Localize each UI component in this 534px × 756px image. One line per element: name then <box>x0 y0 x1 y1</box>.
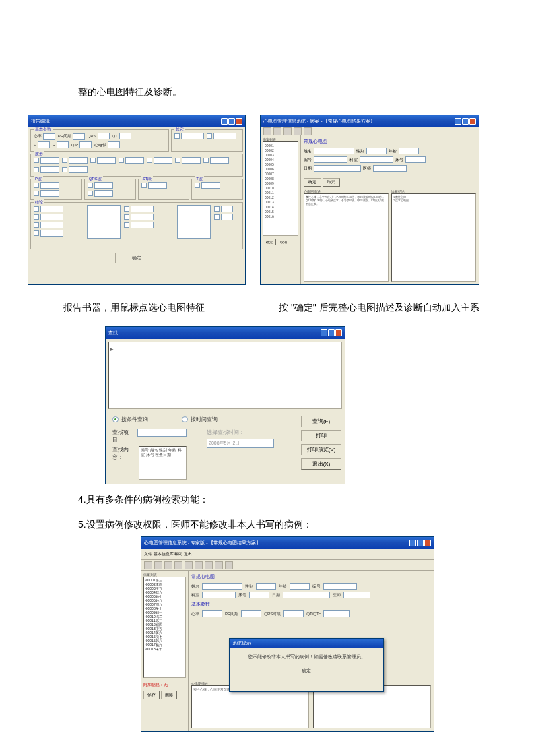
toolbar-icon[interactable] <box>225 561 233 569</box>
maximize-icon[interactable] <box>228 118 235 125</box>
sex-input[interactable] <box>366 148 387 154</box>
date-input[interactable] <box>314 165 361 172</box>
titlebar: 心电图管理信息系统 - 专家版 - 【常规心电图结果方案】 <box>141 537 434 549</box>
window-title: 心电图管理信息系统 - 病案 - 【常规心电图结果方案】 <box>263 118 375 125</box>
toolbar-icon[interactable] <box>205 561 213 569</box>
hr-input[interactable] <box>43 133 55 140</box>
extra-info: 附加信息：无 <box>143 682 186 688</box>
section-5-text: 5.设置病例修改权限，医师不能修改非本人书写的病例： <box>78 519 312 531</box>
maximize-icon[interactable] <box>462 118 469 125</box>
group-label: 基本参数 <box>34 127 53 133</box>
toolbar-icon[interactable] <box>154 561 162 569</box>
minimize-icon[interactable] <box>455 118 461 125</box>
close-icon[interactable] <box>469 118 476 125</box>
r-input[interactable] <box>57 141 69 148</box>
case-list[interactable]: 0000100002000030000400005000060000700008… <box>263 141 298 236</box>
close-icon[interactable] <box>236 118 242 125</box>
minimize-icon[interactable] <box>321 329 327 336</box>
close-icon[interactable] <box>374 641 380 647</box>
toolbar-icon[interactable] <box>304 127 312 135</box>
confirm-button[interactable]: 确定 <box>304 178 321 187</box>
pr-input[interactable] <box>73 133 85 140</box>
toolbar-icon[interactable] <box>263 127 271 135</box>
toolbar-icon[interactable] <box>283 127 292 135</box>
caption-1: 报告书器，用鼠标点选心电图特征 <box>63 302 205 314</box>
toolbar-icon[interactable] <box>215 561 223 569</box>
radio-time[interactable]: 按时间查询 <box>182 416 218 423</box>
listbox[interactable] <box>87 205 121 239</box>
titlebar: 报告编辑 <box>28 115 245 127</box>
permission-window: 心电图管理信息系统 - 专家版 - 【常规心电图结果方案】 文件 基本信息库 帮… <box>141 536 434 732</box>
age-input[interactable] <box>399 148 419 154</box>
qtc-input[interactable] <box>79 141 92 148</box>
toolbar-icon[interactable] <box>164 561 172 569</box>
intro-text: 整的心电图特征及诊断。 <box>78 86 182 98</box>
age-input[interactable] <box>290 583 310 590</box>
confirm-button[interactable]: 确定 <box>115 253 158 263</box>
group-label: 其它 <box>174 127 185 133</box>
maximize-icon[interactable] <box>417 540 424 546</box>
checkbox[interactable] <box>174 133 180 139</box>
toolbar-icon[interactable] <box>185 561 193 569</box>
listbox[interactable] <box>177 205 211 239</box>
radio-condition[interactable]: 按条件查询 <box>112 416 148 423</box>
modal-message: 您不能修改非本人书写的病例！如需修改请联系管理员。 <box>235 654 378 660</box>
description-textarea[interactable]: 窦性心律，心率75次/分，P-R间期0.16秒，QRS波群时限0.08秒，QT间… <box>304 193 389 282</box>
diagnosis-textarea[interactable]: 1.窦性心律2.正常心电图 <box>391 193 476 282</box>
toolbar-icon[interactable] <box>174 561 182 569</box>
caption-2: 按 "确定" 后完整心电图描述及诊断自动加入主系 <box>279 302 479 314</box>
maximize-icon[interactable] <box>328 329 335 336</box>
radio-icon <box>182 416 188 422</box>
toolbar-icon[interactable] <box>294 127 302 135</box>
figure-row-1: 报告编辑 基本参数 心率 PR间期 QRS QT P <box>28 115 479 285</box>
modal-ok-button[interactable]: 确定 <box>292 666 321 676</box>
checkbox[interactable] <box>207 133 212 139</box>
ecg-result-window: 心电图管理信息系统 - 病案 - 【常规心电图结果方案】 病案列表 000010… <box>260 115 479 285</box>
minimize-icon[interactable] <box>409 540 416 546</box>
qrs-input[interactable] <box>98 133 110 139</box>
save-button[interactable]: 确定 <box>263 239 276 245</box>
no-input[interactable] <box>314 156 347 163</box>
menu-bar: 文件 基本信息库 帮助 退出 <box>141 549 434 560</box>
date-picker: 2008年5月 2日 <box>207 439 274 448</box>
close-button[interactable]: 退出(X) <box>301 458 341 470</box>
close-icon[interactable] <box>335 329 342 336</box>
menu-items[interactable]: 文件 基本信息库 帮助 退出 <box>144 551 192 557</box>
name-input[interactable] <box>314 148 354 154</box>
p-input[interactable] <box>38 141 50 148</box>
dept-input[interactable] <box>202 592 236 598</box>
cancel-button[interactable]: 取消 <box>323 178 340 187</box>
close-icon[interactable] <box>424 540 431 546</box>
dr-input[interactable] <box>373 165 407 172</box>
print-button[interactable]: 打印 <box>301 430 341 441</box>
name-input[interactable] <box>202 583 242 590</box>
no-input[interactable] <box>323 583 357 590</box>
dr-input[interactable] <box>343 592 370 598</box>
window-title: 查找 <box>108 329 118 336</box>
search-item-select[interactable] <box>137 429 187 437</box>
find-button[interactable]: 查询(F) <box>301 416 341 427</box>
qt-input[interactable] <box>119 133 131 139</box>
modal-titlebar: 系统提示 <box>230 639 383 648</box>
date-input[interactable] <box>283 592 330 598</box>
bed-input[interactable] <box>405 156 426 163</box>
toolbar-icon[interactable] <box>195 561 203 569</box>
cancel-button[interactable]: 取消 <box>277 239 290 245</box>
axis-input[interactable] <box>108 141 120 148</box>
dept-input[interactable] <box>360 156 393 163</box>
toolbar <box>141 560 434 571</box>
window-title: 报告编辑 <box>31 118 50 125</box>
minimize-icon[interactable] <box>221 118 228 125</box>
section-4-text: 4.具有多条件的病例检索功能： <box>78 494 209 506</box>
bed-input[interactable] <box>249 592 269 598</box>
titlebar: 查找 <box>106 327 345 339</box>
toolbar-icon[interactable] <box>273 127 281 135</box>
sex-input[interactable] <box>256 583 276 590</box>
search-content-list[interactable]: 编号 姓名 性别 年龄 科室 床号 检查日期 <box>139 446 187 480</box>
toolbar-icon[interactable] <box>144 561 152 569</box>
delete-button[interactable]: 删除 <box>161 691 177 699</box>
results-area: ▸ <box>108 342 342 409</box>
save-button[interactable]: 保存 <box>143 691 160 699</box>
case-tree[interactable]: ▪00001张三▪00002李四▪00003王五▪00004赵六▪00005钱七… <box>143 577 186 678</box>
preview-button[interactable]: 打印预览(V) <box>301 444 341 455</box>
